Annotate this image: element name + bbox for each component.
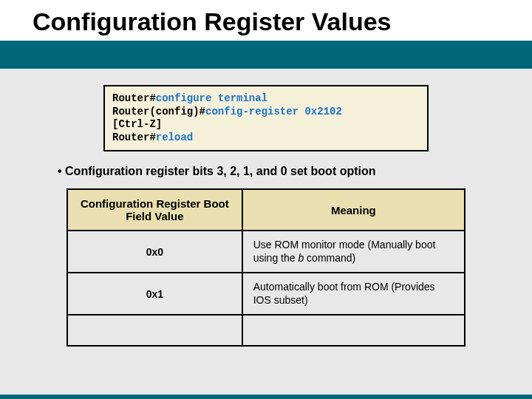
table-row-blank [67,315,465,346]
reg-meaning-cell: Use ROM monitor mode (Manually boot usin… [242,231,465,273]
term-line4-prompt: Router# [112,132,156,143]
terminal-box: Router#configure terminal Router(config)… [103,85,429,151]
blank-cell [242,315,465,346]
term-line3: [Ctrl-Z] [112,118,162,130]
register-table: Configuration Register Boot Field Value … [66,188,466,347]
slide-title: Configuration Register Values [0,0,532,41]
title-band: Configuration Register Values [0,0,532,69]
table-row: 0x1 Automatically boot from ROM (Provide… [67,273,465,315]
term-line2-prompt: Router(config)# [112,106,205,117]
term-line1-prompt: Router# [112,92,156,104]
reg-value-cell: 0x1 [67,273,242,315]
content-area: Router#configure terminal Router(config)… [0,69,532,347]
teal-strip [0,41,532,61]
table-header-row: Configuration Register Boot Field Value … [67,189,465,231]
bullet-text: Configuration register bits 3, 2, 1, and… [58,165,488,178]
reg-value-cell: 0x0 [67,231,242,273]
term-line4-cmd: reload [156,132,193,143]
table-head-meaning: Meaning [242,189,465,231]
term-line2-cmd: config-register 0x2102 [205,106,342,117]
blank-cell [67,315,242,346]
table-head-value: Configuration Register Boot Field Value [67,189,242,231]
term-line1-cmd: configure terminal [156,92,267,104]
reg-meaning-cell: Automatically boot from ROM (Provides IO… [242,273,465,315]
table-row: 0x0 Use ROM monitor mode (Manually boot … [67,231,465,273]
meaning-post: command) [304,252,355,264]
teal-bottom-strip [0,395,532,399]
meaning-pre: Automatically boot from ROM (Provides IO… [253,281,435,306]
